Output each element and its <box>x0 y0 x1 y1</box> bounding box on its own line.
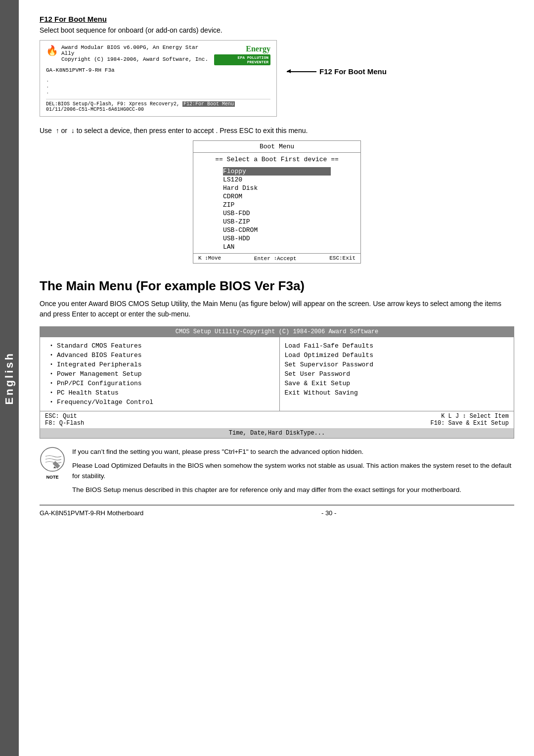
cmos-select-item: K L J ↕ Select Item <box>431 413 509 420</box>
note-para-3: The BIOS Setup menus described in this c… <box>72 485 514 495</box>
bios-splash-line2: Copyright (C) 1984-2006, Award Software,… <box>61 56 209 62</box>
f12-callout: F12 For Boot Menu <box>287 67 387 76</box>
cmos-item: •Standard CMOS Features <box>50 341 274 351</box>
bullet-icon: • <box>50 390 53 396</box>
bullet-icon: • <box>50 381 53 386</box>
boot-menu-footer: K ↕Move Enter ∶Accept ESC:Exit <box>193 253 360 263</box>
boot-menu-subtitle: == Select a Boot First device == <box>193 153 360 165</box>
energy-logo: EPA POLLUTION PREVENTER <box>214 54 270 65</box>
cmos-item: Set Supervisor Password <box>285 360 509 369</box>
boot-footer-exit: ESC:Exit <box>329 255 356 262</box>
cmos-item: Set User Password <box>285 369 509 379</box>
f12-section-title: F12 For Boot Menu <box>40 15 514 23</box>
bios-splash-line1: Award Modular BIOS v6.00PG, An Energy St… <box>61 44 209 56</box>
use-arrows-instruction: Use ↑ or ↓ to select a device, then pres… <box>40 127 514 134</box>
english-tab: English <box>0 0 19 756</box>
note-para-2: Please Load Optimized Defaults in the BI… <box>72 460 514 482</box>
svg-rect-1 <box>52 461 60 469</box>
boot-footer-move: K ↕Move <box>198 255 221 262</box>
cmos-item: •PnP/PCI Configurations <box>50 379 274 388</box>
bios-bottom2: 01/11/2006-C51-MCP51-6A61HG0CC-00 <box>46 107 144 112</box>
cmos-item: •Advanced BIOS Features <box>50 351 274 360</box>
boot-menu-item: Floppy <box>223 167 331 176</box>
cmos-item: •Frequency/Voltage Control <box>50 398 274 407</box>
cmos-footer: ESC: Quit F8: Q-Flash K L J ↕ Select Ite… <box>40 411 514 428</box>
splash-bottom: DEL:BIOS Setup/Q-Flash, F9: Xpress Recov… <box>46 99 270 112</box>
note-para-1: If you can’t find the setting you want, … <box>72 446 514 457</box>
cmos-f10: F10: Save & Exit Setup <box>431 420 509 427</box>
cmos-right-panel: Load Fail-Safe Defaults Load Optimized D… <box>280 337 514 411</box>
cmos-bottom-bar: Time, Date,Hard DiskType... <box>40 428 514 438</box>
main-menu-section: The Main Menu (For example BIOS Ver F3a)… <box>40 278 514 439</box>
boot-menu-item: USB-ZIP <box>223 218 331 226</box>
bullet-icon: • <box>50 343 53 349</box>
boot-menu-items: FloppyLS120Hard DiskCDROMZIPUSB-FDDUSB-Z… <box>193 165 360 253</box>
cmos-body: •Standard CMOS Features •Advanced BIOS F… <box>40 337 514 411</box>
cmos-esc-quit: ESC: Quit <box>45 413 84 420</box>
bios-model: GA-K8N51PVMT-9-RH F3a <box>46 67 270 73</box>
bullet-icon: • <box>50 371 53 377</box>
cmos-item: Load Fail-Safe Defaults <box>285 341 509 351</box>
bullet-icon: • <box>50 400 53 405</box>
f12-highlight: F12:For Boot Menu <box>182 101 235 107</box>
boot-menu-item: CDROM <box>223 192 331 201</box>
main-menu-desc: Once you enter Award BIOS CMOS Setup Uti… <box>40 299 514 319</box>
bios-splash-box: 🔥 Award Modular BIOS v6.00PG, An Energy … <box>40 40 277 117</box>
cmos-left-panel: •Standard CMOS Features •Advanced BIOS F… <box>40 337 280 411</box>
note-icon: NOTE <box>40 446 65 472</box>
bios-bottom1: DEL:BIOS Setup/Q-Flash, F9: Xpress Recov… <box>46 101 182 107</box>
cmos-item: •Power Management Setup <box>50 369 274 379</box>
main-menu-heading: The Main Menu (For example BIOS Ver F3a) <box>40 278 514 294</box>
footer-center: - 30 - <box>321 509 336 517</box>
note-section: NOTE If you can’t find the setting you w… <box>40 446 514 495</box>
cmos-f8: F8: Q-Flash <box>45 420 84 427</box>
boot-menu-box: Boot Menu == Select a Boot First device … <box>193 140 361 264</box>
cmos-item: Load Optimized Defaults <box>285 351 509 360</box>
page-footer: GA-K8N51PVMT-9-RH Motherboard - 30 - <box>40 505 514 517</box>
boot-footer-accept: Enter ∶Accept <box>254 255 297 262</box>
boot-menu-title: Boot Menu <box>193 141 360 153</box>
boot-menu-item: ZIP <box>223 201 331 209</box>
note-text: If you can’t find the setting you want, … <box>72 446 514 495</box>
cmos-item: •PC Health Status <box>50 388 274 398</box>
bullet-icon: • <box>50 353 53 358</box>
f12-section: F12 For Boot Menu Select boot sequence f… <box>40 15 514 134</box>
cmos-footer-right: K L J ↕ Select Item F10: Save & Exit Set… <box>431 413 509 427</box>
bullet-icon: • <box>50 362 53 367</box>
boot-menu-item: USB-FDD <box>223 209 331 218</box>
note-label: NOTE <box>40 475 65 480</box>
cmos-item: Exit Without Saving <box>285 388 509 398</box>
english-label: English <box>3 352 16 404</box>
boot-menu-item: USB-CDROM <box>223 226 331 234</box>
cmos-item: Save & Exit Setup <box>285 379 509 388</box>
cmos-item: •Integrated Peripherals <box>50 360 274 369</box>
f12-callout-label: F12 For Boot Menu <box>319 67 387 76</box>
splash-dots: ... <box>46 77 270 95</box>
boot-menu-item: LAN <box>223 243 331 251</box>
boot-menu-item: USB-HDD <box>223 234 331 243</box>
cmos-footer-left: ESC: Quit F8: Q-Flash <box>45 413 84 427</box>
boot-menu-item: Hard Disk <box>223 184 331 192</box>
boot-menu-item: LS120 <box>223 176 331 184</box>
callout-arrow-line <box>287 71 316 72</box>
footer-left: GA-K8N51PVMT-9-RH Motherboard <box>40 509 143 517</box>
cmos-table: CMOS Setup Utility-Copyright (C) 1984-20… <box>40 326 514 439</box>
cmos-header: CMOS Setup Utility-Copyright (C) 1984-20… <box>40 327 514 337</box>
f12-section-desc: Select boot sequence for onboard (or add… <box>40 26 514 34</box>
flame-icon: 🔥 <box>46 44 58 57</box>
